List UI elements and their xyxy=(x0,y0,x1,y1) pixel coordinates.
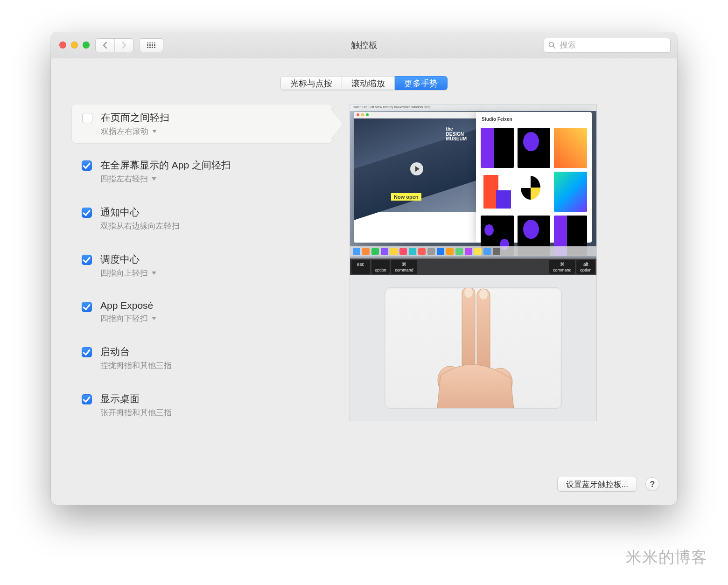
checkbox[interactable] xyxy=(82,113,92,123)
option-sub-label: 张开拇指和其他三指 xyxy=(100,407,172,418)
play-icon xyxy=(410,162,423,175)
key-option-right: altoption xyxy=(576,260,595,274)
option-sub-dropdown[interactable]: 四指左右轻扫 xyxy=(100,174,231,184)
tabs: 光标与点按 滚动缩放 更多手势 xyxy=(280,76,448,90)
preview-menu-bar: Safari File Edit View History Bookmarks … xyxy=(350,104,596,111)
search-icon xyxy=(548,41,556,49)
chevron-down-icon xyxy=(152,317,156,320)
tab-label: 光标与点按 xyxy=(290,79,332,88)
help-button[interactable]: ? xyxy=(645,477,659,491)
checkbox[interactable] xyxy=(82,394,92,404)
option-show-desktop[interactable]: 显示桌面 张开拇指和其他三指 xyxy=(71,386,333,425)
option-app-expose[interactable]: App Exposé 四指向下轻扫 xyxy=(71,293,333,330)
option-text: 在全屏幕显示的 App 之间轻扫 四指左右轻扫 xyxy=(100,159,231,184)
tab-scroll-zoom[interactable]: 滚动缩放 xyxy=(342,76,395,90)
key-command-left: ⌘command xyxy=(391,260,417,274)
option-title: App Exposé xyxy=(100,300,156,311)
checkbox[interactable] xyxy=(82,302,92,312)
key-option-left: option xyxy=(371,260,390,274)
option-text: 显示桌面 张开拇指和其他三指 xyxy=(100,392,172,418)
chevron-down-icon xyxy=(152,177,156,181)
back-button[interactable] xyxy=(96,39,114,52)
now-open-badge: Now open xyxy=(391,193,421,201)
svg-line-1 xyxy=(553,46,555,49)
preview-screen: Safari File Edit View History Bookmarks … xyxy=(350,104,596,258)
svg-rect-2 xyxy=(462,287,475,376)
gesture-preview: Safari File Edit View History Bookmarks … xyxy=(350,104,657,425)
tab-more-gestures[interactable]: 更多手势 xyxy=(395,76,448,90)
checkbox[interactable] xyxy=(82,160,92,171)
option-sub-label: 四指向下轻扫 xyxy=(100,313,148,324)
show-all-button[interactable] xyxy=(139,38,163,52)
preview-trackpad xyxy=(385,287,562,409)
checkbox[interactable] xyxy=(82,347,92,357)
zoom-icon[interactable] xyxy=(83,42,90,49)
hand-icon xyxy=(417,287,529,409)
titlebar: 触控板 xyxy=(51,32,677,58)
preview-dock xyxy=(350,246,596,257)
preview-safari-right: Studio Feixen xyxy=(476,112,592,243)
option-text: 启动台 捏拢拇指和其他三指 xyxy=(100,345,172,371)
content: 在页面之间轻扫 双指左右滚动 在全屏幕显示的 App 之间轻扫 四指左右轻扫 xyxy=(51,104,677,425)
bluetooth-trackpad-label: 设置蓝牙触控板... xyxy=(566,479,628,490)
svg-point-7 xyxy=(479,289,488,299)
option-sub-label: 四指向上轻扫 xyxy=(100,268,148,279)
watermark: 米米的博客 xyxy=(626,547,707,568)
option-sub-dropdown[interactable]: 四指向上轻扫 xyxy=(100,268,156,279)
key-esc: esc xyxy=(351,260,370,274)
option-sub-dropdown[interactable]: 四指向下轻扫 xyxy=(100,313,156,324)
key-command-right: ⌘command xyxy=(549,260,575,274)
search-wrap xyxy=(544,38,671,53)
option-swipe-pages[interactable]: 在页面之间轻扫 双指左右滚动 xyxy=(71,104,333,144)
option-title: 通知中心 xyxy=(100,206,180,219)
help-label: ? xyxy=(650,480,655,489)
search-input[interactable] xyxy=(544,38,671,53)
option-sub-label: 捏拢拇指和其他三指 xyxy=(100,360,172,371)
option-text: 通知中心 双指从右边缘向左轻扫 xyxy=(100,206,180,231)
forward-button[interactable] xyxy=(114,39,133,52)
preview-image: Safari File Edit View History Bookmarks … xyxy=(350,104,597,421)
body: 光标与点按 滚动缩放 更多手势 在页面之间轻扫 双指左右滚动 xyxy=(51,58,677,505)
chevron-left-icon xyxy=(102,42,108,49)
chevron-down-icon xyxy=(152,130,157,133)
tab-label: 更多手势 xyxy=(404,79,438,88)
svg-point-6 xyxy=(464,287,473,298)
svg-point-0 xyxy=(549,42,554,47)
option-sub-label: 四指左右轻扫 xyxy=(100,174,148,184)
studio-feixen-label: Studio Feixen xyxy=(482,117,512,122)
design-museum-logo: the DESIGN MUSEUM xyxy=(446,127,467,142)
option-notification-center[interactable]: 通知中心 双指从右边缘向左轻扫 xyxy=(71,199,333,238)
option-text: 在页面之间轻扫 双指左右滚动 xyxy=(101,111,169,137)
chevron-right-icon xyxy=(121,42,127,49)
footer: 设置蓝牙触控板... ? xyxy=(557,477,659,492)
preview-safari-left: the DESIGN MUSEUM Now open xyxy=(354,112,480,243)
option-sub-label: 双指左右滚动 xyxy=(101,126,148,137)
checkbox[interactable] xyxy=(82,255,92,265)
bluetooth-trackpad-button[interactable]: 设置蓝牙触控板... xyxy=(557,477,637,492)
preview-keyboard: esc option ⌘command ⌘command altoption xyxy=(350,258,596,275)
option-title: 调度中心 xyxy=(100,253,156,266)
option-text: 调度中心 四指向上轻扫 xyxy=(100,253,156,279)
option-swipe-fullscreen[interactable]: 在全屏幕显示的 App 之间轻扫 四指左右轻扫 xyxy=(71,152,333,191)
svg-rect-3 xyxy=(477,289,490,376)
option-launchpad[interactable]: 启动台 捏拢拇指和其他三指 xyxy=(71,339,333,377)
preferences-window: 触控板 光标与点按 滚动缩放 更多手势 在页面之间轻扫 xyxy=(51,32,677,505)
option-sub-dropdown[interactable]: 双指左右滚动 xyxy=(101,126,169,137)
window-controls xyxy=(59,42,90,49)
option-mission-control[interactable]: 调度中心 四指向上轻扫 xyxy=(71,246,333,285)
option-title: 在全屏幕显示的 App 之间轻扫 xyxy=(100,159,231,172)
option-sub-label: 双指从右边缘向左轻扫 xyxy=(100,221,180,231)
options-list: 在页面之间轻扫 双指左右滚动 在全屏幕显示的 App 之间轻扫 四指左右轻扫 xyxy=(71,104,333,425)
option-title: 在页面之间轻扫 xyxy=(101,111,169,124)
nav-back-forward xyxy=(95,38,133,52)
checkbox[interactable] xyxy=(82,208,92,218)
close-icon[interactable] xyxy=(59,42,66,49)
option-text: App Exposé 四指向下轻扫 xyxy=(100,300,156,324)
tab-label: 滚动缩放 xyxy=(351,79,385,88)
preview-trackpad-area xyxy=(350,275,596,421)
option-title: 启动台 xyxy=(100,345,172,358)
minimize-icon[interactable] xyxy=(71,42,78,49)
tab-point-click[interactable]: 光标与点按 xyxy=(280,76,342,90)
grid-icon xyxy=(147,42,155,48)
chevron-down-icon xyxy=(152,272,156,275)
